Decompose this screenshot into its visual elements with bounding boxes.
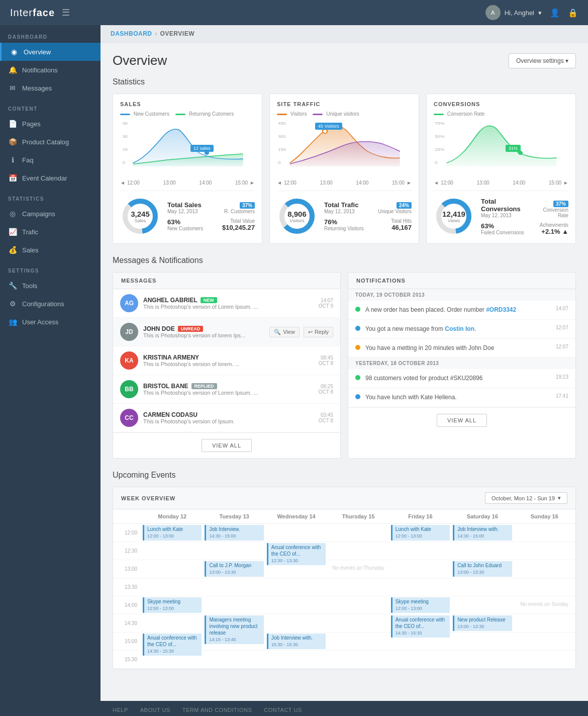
config-icon: ⚙ [8, 300, 17, 308]
tue-1400 [203, 596, 265, 614]
footer-contact[interactable]: CONTACT US [264, 707, 302, 713]
settings-section-title: Settings [0, 259, 101, 277]
sidebar-item-sales[interactable]: 💰 Sales [0, 241, 101, 259]
svg-text:0: 0 [123, 160, 125, 165]
sidebar-item-messages[interactable]: ✉ Messages [0, 79, 101, 97]
overview-settings-button[interactable]: Overview settings ▾ [509, 53, 576, 68]
event-tue-call[interactable]: Call to J.P. Morgan13:00 - 13:30 [205, 561, 263, 577]
notif-time-3: 12:07 [556, 344, 568, 349]
msg-name-4: BRISTOL BANE Replied [143, 383, 314, 390]
sat-1530 [451, 651, 513, 669]
msg-text-3: This is Photoshop's version of lorem. ..… [143, 361, 314, 367]
sidebar-item-campaigns[interactable]: ◎ Campaigns [0, 205, 101, 223]
footer-terms[interactable]: TERM AND CONDITIONS [182, 707, 252, 713]
sales-legend: New Customers Returning Cutomers [120, 111, 255, 117]
messages-view-all-button[interactable]: VIEW ALL [202, 439, 252, 452]
message-item-5[interactable]: CC CARMEN CODASU This is Photoshop's ver… [113, 404, 340, 432]
avatar-bb: BB [120, 380, 138, 398]
event-mon-lunch[interactable]: Lunch with Kate12:00 - 13:00 [143, 525, 202, 541]
message-item-2[interactable]: JD JOHN DOE Unread This is Photoshop's v… [113, 318, 340, 346]
sidebar-item-user-access[interactable]: 👥 User Access [0, 313, 101, 331]
notif-link-costin[interactable]: Costin Ion [445, 325, 474, 332]
chevron-down-icon: ▾ [538, 9, 542, 17]
badge-new-1: New [201, 297, 217, 303]
sales-number: 3,245 [131, 210, 150, 218]
user-icon[interactable]: 👤 [550, 8, 560, 18]
tools-icon: 🔧 [8, 282, 17, 290]
reply-button[interactable]: ↩ Reply [304, 327, 333, 337]
cal-day-sun: Sunday 16 [514, 509, 575, 524]
msg-notif-grid: MESSAGES AG ANGHEL GABRIEL New This is P… [113, 272, 576, 459]
event-fri-skype[interactable]: Skype meeting12:00 - 13:00 [391, 597, 450, 613]
sidebar-item-notifications[interactable]: 🔔 Notifications [0, 61, 101, 79]
svg-text:25%: 25% [435, 147, 444, 152]
notif-dot-blue-2 [355, 326, 360, 331]
sidebar-item-label: Tools [22, 282, 37, 290]
content-section-title: Content [0, 97, 101, 115]
event-fri-lunch[interactable]: Lunch with Kate12:00 - 13:00 [391, 525, 450, 541]
legend-dot-purple [313, 114, 323, 115]
sidebar-item-overview[interactable]: ◉ Overview [0, 43, 101, 61]
trafic-icon: 📈 [8, 228, 17, 236]
svg-text:45: 45 [123, 121, 128, 126]
message-item-4[interactable]: BB BRISTOL BANE Replied This is Photosho… [113, 375, 340, 404]
chart-next[interactable]: ► [407, 180, 412, 186]
week-overview-title: WEEK OVERVIEW [121, 495, 175, 501]
footer-about[interactable]: ABOUT US [140, 707, 170, 713]
chart-next[interactable]: ► [250, 180, 255, 186]
chart-prev[interactable]: ◄ [120, 180, 125, 186]
sun-1300 [514, 560, 575, 578]
event-sat-call[interactable]: Call to John Eduard13:00 - 13:30 [453, 561, 512, 577]
msg-time-5: 03:45 OCT 8 [319, 412, 333, 423]
notif-time-2: 12:07 [556, 325, 568, 330]
tue-1300: Call to J.P. Morgan13:00 - 13:30 [203, 560, 265, 578]
footer: HELP ABOUT US TERM AND CONDITIONS CONTAC… [101, 701, 588, 716]
event-sat-interview[interactable]: Job Interview with.14:30 - 15:00 [453, 525, 512, 541]
sun-1200 [514, 524, 575, 542]
catalog-icon: 📦 [8, 138, 17, 146]
lock-icon[interactable]: 🔒 [568, 8, 578, 18]
svg-text:50%: 50% [435, 134, 444, 139]
event-mon-skype[interactable]: Skype meeting12:00 - 13:00 [143, 597, 202, 613]
sidebar-item-pages[interactable]: 📄 Pages [0, 115, 101, 133]
legend-returning: Returning Cutomers [175, 111, 234, 117]
topbar-right: A Hi, Anghel ▾ 👤 🔒 [485, 5, 578, 20]
chart-prev[interactable]: ◄ [434, 180, 439, 186]
calendar-range-button[interactable]: October, Mon 12 - Sun 19 ▾ [485, 492, 567, 504]
fri-1300 [389, 560, 451, 578]
view-button[interactable]: 🔍 View [269, 327, 300, 337]
sidebar-item-trafic[interactable]: 📈 Trafic [0, 223, 101, 241]
calendar-nav: October, Mon 12 - Sun 19 ▾ [485, 492, 567, 504]
event-wed-interview[interactable]: Job Interview with.15:30 - 15:30 [267, 634, 326, 649]
calendar-grid: Monday 12 Tuesday 13 Wednesday 14 Thursd… [113, 509, 575, 669]
breadcrumb-parent[interactable]: Dashboard [111, 30, 152, 37]
sidebar-item-configurations[interactable]: ⚙ Configurations [0, 295, 101, 313]
chart-next[interactable]: ► [563, 180, 568, 186]
notif-link-ord[interactable]: #ORD3342 [486, 306, 516, 313]
traffic-chart-svg: 450 300 150 0 [277, 119, 412, 174]
footer-help[interactable]: HELP [113, 707, 128, 713]
calendar-header: WEEK OVERVIEW October, Mon 12 - Sun 19 ▾ [113, 487, 575, 509]
sidebar-item-event-calendar[interactable]: 📅 Event Calendar [0, 169, 101, 187]
message-icon: ✉ [8, 84, 17, 92]
thu-1300: No events on Thursday [327, 560, 389, 578]
chart-prev[interactable]: ◄ [277, 180, 282, 186]
message-item-1[interactable]: AG ANGHEL GABRIEL New This is Photoshop'… [113, 289, 340, 318]
thu-empty: No events on Thursday [327, 560, 389, 576]
info-icon: ℹ [8, 156, 17, 164]
sidebar-item-product-catalog[interactable]: 📦 Product Catalog [0, 133, 101, 151]
avatar-ag: AG [120, 294, 138, 312]
fri-1330 [389, 578, 451, 596]
avatar-cc: CC [120, 409, 138, 427]
menu-icon[interactable]: ☰ [62, 7, 70, 18]
notifications-view-all-button[interactable]: VIEW ALL [437, 414, 487, 427]
fri-1230 [389, 542, 451, 560]
sales-right-label: R. Customers [224, 209, 255, 214]
sidebar-item-tools[interactable]: 🔧 Tools [0, 277, 101, 295]
traffic-title: SITE TRAFFIC [277, 101, 412, 107]
event-tue-interview[interactable]: Job Interview.14:30 - 15:00 [205, 525, 263, 541]
message-item-3[interactable]: KA KRISTINA ARMENY This is Photoshop's v… [113, 346, 340, 375]
sidebar-item-faq[interactable]: ℹ Faq [0, 151, 101, 169]
traffic-donut: 8,906 Visitors [277, 196, 317, 236]
event-sat-product[interactable]: New product Release13:00 - 13:30 [453, 615, 512, 631]
